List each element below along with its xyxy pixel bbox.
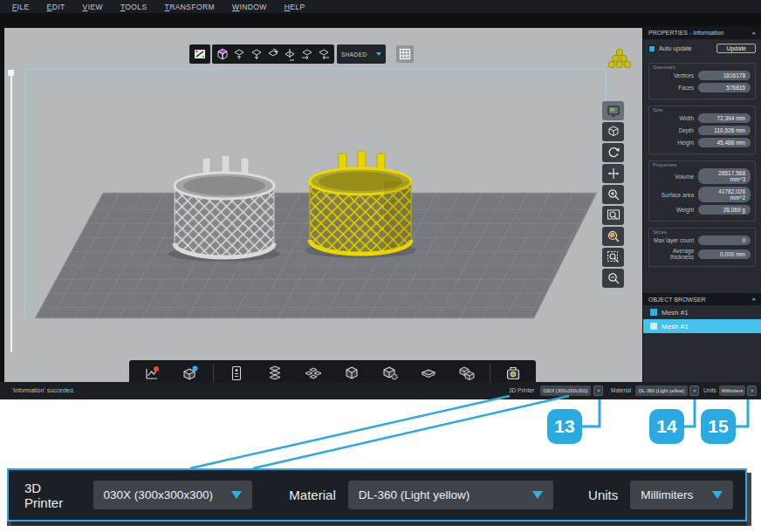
zoom-units-dropdown[interactable]: Millimiters bbox=[630, 481, 733, 509]
zoom-object-button[interactable] bbox=[602, 227, 624, 246]
zoom-printer-label: 3D Printer bbox=[24, 481, 81, 510]
right-view-icon[interactable] bbox=[300, 47, 314, 61]
object-browser-item-mesh1[interactable]: Mesh #1 bbox=[643, 305, 761, 319]
pan-view-icon bbox=[607, 167, 620, 181]
zoom-extents-button[interactable] bbox=[602, 248, 624, 267]
zoom-object-icon bbox=[607, 229, 620, 243]
menu-bar: FILE EDIT VIEW TOOLS TRANSFORM WINDOW HE… bbox=[0, 0, 761, 13]
auto-support-icon bbox=[343, 365, 360, 382]
capture-view-button[interactable] bbox=[189, 44, 210, 64]
properties-panel-title: PROPERTIES - Information bbox=[648, 30, 723, 36]
properties-panel-header[interactable]: PROPERTIES - Information ▸ bbox=[643, 26, 761, 39]
build-icon bbox=[504, 365, 522, 382]
display-settings-button[interactable] bbox=[602, 101, 624, 120]
zoom-window-icon bbox=[607, 208, 620, 222]
left-view-icon[interactable] bbox=[317, 47, 331, 61]
add-support-icon bbox=[381, 365, 399, 382]
units-label: Units bbox=[703, 387, 716, 393]
menu-edit[interactable]: EDIT bbox=[47, 3, 65, 11]
application-window: FILE EDIT VIEW TOOLS TRANSFORM WINDOW HE… bbox=[0, 0, 761, 532]
menu-help[interactable]: HELP bbox=[285, 3, 305, 11]
callout-badge-14: 14 bbox=[649, 409, 684, 444]
height-value: 45,488 mm bbox=[698, 138, 751, 147]
vertices-value: 1816178 bbox=[698, 71, 751, 80]
chevron-down-icon bbox=[693, 390, 696, 392]
rotate-view-icon bbox=[607, 146, 620, 160]
menu-transform[interactable]: TRANSFORM bbox=[165, 3, 215, 11]
zoom-slider-handle[interactable] bbox=[8, 70, 14, 76]
auto-update-checkbox[interactable] bbox=[648, 45, 655, 52]
zoom-printer-dropdown[interactable]: 030X (300x300x300) bbox=[93, 481, 253, 509]
chevron-down-icon bbox=[231, 491, 242, 499]
zoomed-settings-panel: 3D Printer 030X (300x300x300) Material D… bbox=[7, 468, 747, 522]
bottom-view-icon[interactable] bbox=[283, 47, 297, 61]
panel-collapse-icon[interactable]: ▸ bbox=[752, 30, 756, 37]
status-bar: 'Information' succeded. 3D Printer 030X … bbox=[0, 382, 761, 399]
object-browser-title: OBJECT BROWSER bbox=[648, 297, 706, 303]
render-mode-dropdown[interactable]: SHADED bbox=[337, 44, 386, 64]
mesh-color-icon bbox=[650, 323, 657, 330]
printer-dropdown[interactable]: 030X (300x300x300) bbox=[540, 385, 591, 396]
matrix-copy-icon bbox=[458, 365, 476, 382]
new-icon bbox=[143, 365, 161, 382]
zoom-extents-icon bbox=[607, 250, 620, 264]
object-browser-item-mesh1-selected[interactable]: Mesh #1 bbox=[643, 319, 761, 333]
menu-file[interactable]: FILE bbox=[12, 3, 30, 11]
material-dropdown[interactable]: DL-360 (Light yellow) bbox=[635, 385, 688, 396]
grid-toggle-button[interactable] bbox=[396, 45, 414, 63]
viewport-3d[interactable]: SHADED bbox=[4, 28, 642, 395]
add-icon bbox=[182, 365, 199, 382]
pan-view-button[interactable] bbox=[602, 164, 624, 183]
average-thickness-value: 0,000 mm bbox=[698, 249, 751, 259]
callout-badge-15: 15 bbox=[701, 409, 736, 444]
size-group: Size Width72,394 mm Depth110,526 mm Heig… bbox=[648, 106, 756, 154]
zoom-units-label: Units bbox=[588, 488, 618, 502]
zoom-slider[interactable] bbox=[10, 73, 12, 352]
object-browser-header[interactable]: OBJECT BROWSER ▸ bbox=[643, 293, 761, 305]
zoom-out-button[interactable] bbox=[602, 269, 624, 288]
width-value: 72,394 mm bbox=[698, 113, 751, 123]
max-layer-count-value: 0 bbox=[698, 235, 751, 245]
zoom-in-button[interactable] bbox=[602, 185, 624, 204]
mesh-silver-ring bbox=[175, 155, 274, 257]
chevron-down-icon bbox=[712, 491, 723, 499]
zoom-window-button[interactable] bbox=[602, 206, 624, 225]
properties-group: Properties Volume28517,568 mm^3 Surface … bbox=[648, 160, 756, 222]
depth-value: 110,526 mm bbox=[698, 126, 751, 135]
units-dropdown-arrow[interactable] bbox=[747, 385, 757, 396]
orbit-cube-button[interactable] bbox=[602, 122, 624, 141]
explode-icon bbox=[266, 365, 284, 382]
front-view-icon[interactable] bbox=[250, 47, 264, 61]
weight-value: 28,069 g bbox=[698, 205, 751, 215]
geometry-group: Geometry Vertices1816178 Faces576815 bbox=[648, 63, 756, 99]
iso-view-icon[interactable] bbox=[216, 47, 230, 61]
callout-badge-13: 13 bbox=[547, 409, 582, 444]
capture-icon bbox=[193, 47, 207, 61]
update-button[interactable]: Update bbox=[716, 44, 756, 53]
top-view-icon[interactable] bbox=[232, 47, 246, 61]
units-dropdown[interactable]: Millimiters bbox=[719, 385, 745, 396]
chevron-down-icon bbox=[597, 390, 600, 392]
mesh-color-icon bbox=[650, 309, 657, 316]
panel-collapse-icon[interactable]: ▸ bbox=[752, 296, 756, 303]
view-tools-sidebar bbox=[602, 101, 624, 288]
chevron-down-icon bbox=[751, 390, 754, 392]
status-message: 'Information' succeded. bbox=[12, 387, 75, 393]
zoom-out-icon bbox=[607, 271, 620, 285]
back-view-icon[interactable] bbox=[266, 47, 280, 61]
material-dropdown-arrow[interactable] bbox=[689, 385, 699, 396]
zoom-material-label: Material bbox=[289, 488, 335, 502]
brand-logo bbox=[607, 47, 633, 73]
positioning-icon bbox=[305, 365, 322, 382]
rotate-view-button[interactable] bbox=[602, 143, 624, 162]
right-panel: PROPERTIES - Information ▸ Auto update U… bbox=[643, 26, 761, 395]
menu-window[interactable]: WINDOW bbox=[232, 3, 267, 11]
chevron-down-icon bbox=[376, 52, 381, 56]
printer-dropdown-arrow[interactable] bbox=[593, 385, 603, 396]
zoom-material-dropdown[interactable]: DL-360 (Light yellow) bbox=[348, 481, 553, 509]
chevron-down-icon bbox=[532, 491, 543, 499]
faces-value: 576815 bbox=[698, 83, 751, 92]
menu-tools[interactable]: TOOLS bbox=[120, 3, 147, 11]
menu-view[interactable]: VIEW bbox=[83, 3, 103, 11]
auto-base-icon bbox=[420, 365, 437, 382]
